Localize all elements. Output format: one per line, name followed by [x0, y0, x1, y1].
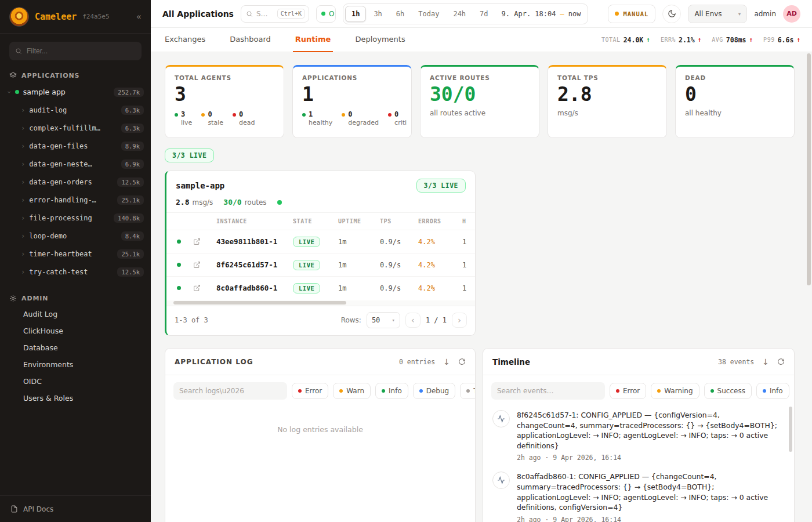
range-3h[interactable]: 3h [367, 6, 388, 22]
horizontal-scrollbar-thumb[interactable] [173, 301, 346, 304]
range-7d[interactable]: 7d [473, 6, 494, 22]
dark-mode-toggle[interactable] [662, 5, 681, 23]
log-filter-info[interactable]: Info [375, 383, 408, 399]
sidebar-item-audit-log[interactable]: Audit Log [0, 306, 151, 322]
tree-item-data-gen-files[interactable]: › data-gen-files 8.9k [0, 137, 151, 155]
sidebar-item-clickhouse[interactable]: ClickHouse [0, 322, 151, 339]
chevron-right-icon: › [21, 160, 25, 168]
kpi-value: 2.1% [679, 36, 695, 44]
kpi-label: AVG [712, 37, 723, 43]
tree-item-data-gen-nested[interactable]: › data-gen-neste… 6.9k [0, 155, 151, 173]
tree-item-try-catch-test[interactable]: › try-catch-test 12.5k [0, 263, 151, 281]
tab-runtime[interactable]: Runtime [293, 28, 334, 52]
tree-item-loop-demo[interactable]: › loop-demo 8.4k [0, 227, 151, 245]
prev-page-button[interactable]: ‹ [405, 313, 420, 328]
download-icon[interactable]: ↓ [443, 357, 450, 367]
external-link-icon[interactable] [193, 284, 201, 292]
timeline-event[interactable]: 8c0affadb860-1: CONFIG_APPLIED — {change… [492, 472, 782, 522]
timeline-scrollbar-thumb[interactable] [789, 407, 792, 452]
timeline-panel: Timeline 38 events ↓ Error Warning Succe… [483, 348, 795, 522]
table-row[interactable]: 8c0affadb860-1 LIVE 1m 0.9/s 4.2% 1 [166, 276, 476, 299]
tree-item-label: data-gen-neste… [29, 160, 92, 168]
sidebar-item-environments[interactable]: Environments [0, 356, 151, 373]
timeline-search-input[interactable] [491, 382, 605, 400]
range-6h[interactable]: 6h [390, 6, 411, 22]
api-docs-link[interactable]: API Docs [0, 495, 151, 522]
topbar-right-cluster: MANUAL All Envs ▾ admin AD [608, 5, 800, 23]
range-24h[interactable]: 24h [447, 6, 472, 22]
tree-item-label: file-processing [29, 214, 92, 222]
tree-root-sample-app[interactable]: › sample app 252.7k [0, 83, 151, 101]
log-search-input[interactable] [173, 382, 287, 400]
table-row[interactable]: 8f6245c61d57-1 LIVE 1m 0.9/s 4.2% 1 [166, 253, 476, 276]
timeline-filter-success[interactable]: Success [704, 383, 752, 399]
environment-select[interactable]: All Envs ▾ [688, 5, 747, 23]
log-filter-debug[interactable]: Debug [413, 383, 455, 399]
rows-per-page-label: Rows: [341, 316, 361, 324]
range-1h[interactable]: 1h [345, 6, 366, 22]
chevron-right-icon: › [21, 232, 25, 240]
sidebar-filter[interactable] [9, 42, 142, 60]
log-panel-header: APPLICATION LOG 0 entries ↓ [165, 349, 475, 375]
blue-dot [419, 389, 423, 393]
log-filter-trace[interactable]: Trace [460, 383, 476, 399]
chevron-right-icon: › [21, 214, 25, 222]
range-today[interactable]: Today [412, 6, 445, 22]
chevron-right-icon: › [21, 142, 25, 150]
tree-item-data-gen-orders[interactable]: › data-gen-orders 12.5k [0, 173, 151, 191]
manual-refresh-button[interactable]: MANUAL [608, 5, 655, 23]
table-row[interactable]: 43ee9811b801-1 LIVE 1m 0.9/s 4.2% 1 [166, 230, 476, 253]
card-breakdown: 3live 0stale 0dead [175, 110, 274, 126]
tab-deployments[interactable]: Deployments [353, 28, 407, 52]
tab-dashboard[interactable]: Dashboard [227, 28, 273, 52]
refresh-icon[interactable] [777, 358, 785, 365]
page-scrollbar-thumb[interactable] [807, 53, 811, 285]
instance-status-dot [177, 263, 181, 267]
timeline-filter-info[interactable]: Info [756, 383, 789, 399]
sidebar-item-oidc[interactable]: OIDC [0, 373, 151, 390]
col-state: STATE [293, 218, 338, 224]
sidebar-item-users-roles[interactable]: Users & Roles [0, 390, 151, 407]
tree-item-complex-fulfillment[interactable]: › complex-fulfillm… 6.3k [0, 119, 151, 137]
time-range-to: now [568, 10, 581, 18]
card-subtitle: all healthy [685, 109, 785, 117]
event-timestamp: 2h ago · 9 Apr 2026, 16:14 [517, 516, 782, 522]
event-avatar [492, 410, 510, 427]
refresh-icon[interactable] [458, 358, 466, 365]
tree-item-file-processing[interactable]: › file-processing 140.8k [0, 209, 151, 227]
time-range-from: 9. Apr. 18:04 [502, 10, 556, 18]
rows-per-page-select[interactable]: 50 ▾ [367, 312, 400, 328]
app-live-badge: 3/3 LIVE [416, 179, 466, 193]
tree-item-timer-heartbeat[interactable]: › timer-heartbeat 25.1k [0, 245, 151, 263]
log-filter-warn[interactable]: Warn [333, 383, 371, 399]
timeline-event[interactable]: 8f6245c61d57-1: CONFIG_APPLIED — {config… [492, 410, 782, 462]
sidebar-collapse-button[interactable]: « [136, 12, 142, 22]
app-root: Cameleer f24a5e5 « APPLICATIONS › sample… [0, 0, 812, 522]
timeline-filter-error[interactable]: Error [610, 383, 646, 399]
green-dot [302, 113, 306, 117]
tree-item-count: 8.4k [121, 231, 144, 241]
download-icon[interactable]: ↓ [762, 357, 769, 367]
breakdown-stale: 0stale [201, 110, 223, 126]
red-dot [616, 389, 619, 393]
tree-item-audit-log[interactable]: › audit-log 6.3k [0, 101, 151, 119]
next-page-button[interactable]: › [452, 313, 467, 328]
timeline-filter-warning[interactable]: Warning [651, 383, 699, 399]
uptime-value: 1m [338, 284, 380, 292]
tree-item-error-handling[interactable]: › error-handling-… 25.1k [0, 191, 151, 209]
avatar[interactable]: AD [783, 5, 800, 23]
tree-item-count: 6.3k [121, 124, 144, 133]
connection-status-chip[interactable]: O [316, 5, 336, 23]
sidebar-item-database[interactable]: Database [0, 339, 151, 356]
green-dot [382, 389, 385, 393]
horizontal-scrollbar[interactable] [166, 300, 475, 306]
external-link-icon[interactable] [193, 261, 201, 269]
log-filter-error[interactable]: Error [292, 383, 328, 399]
external-link-icon[interactable] [193, 238, 201, 245]
kpi-total: TOTAL 24.0K ↑ [601, 36, 650, 44]
tab-exchanges[interactable]: Exchanges [162, 28, 208, 52]
timeline-events-list: 8f6245c61d57-1: CONFIG_APPLIED — {config… [483, 405, 794, 522]
chevron-right-icon: › [21, 268, 25, 276]
sidebar-filter-input[interactable] [27, 47, 136, 55]
global-search[interactable]: S… Ctrl+K [241, 5, 309, 23]
